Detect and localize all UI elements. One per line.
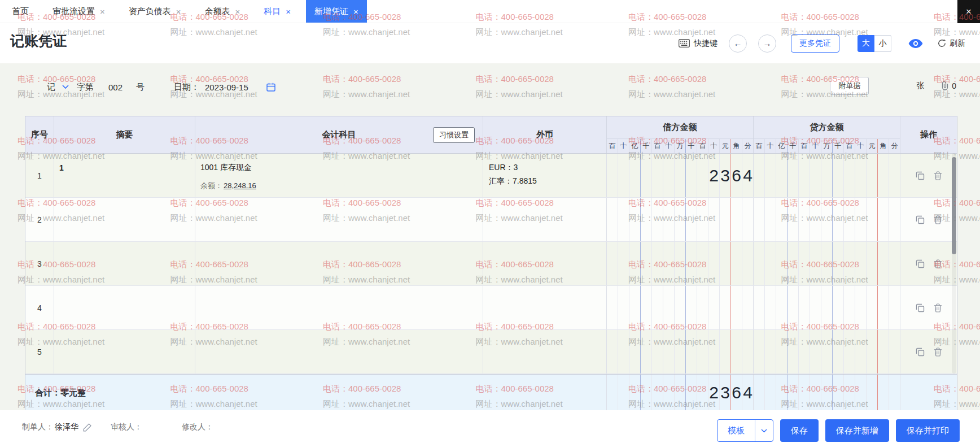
copy-row-button[interactable] (916, 303, 925, 312)
tab-subjects[interactable]: 科目× (255, 0, 299, 23)
paperclip-icon[interactable] (941, 81, 949, 90)
template-chevron-icon[interactable] (755, 420, 773, 441)
credit-amount-cell[interactable] (754, 198, 900, 241)
template-button[interactable]: 模板 (717, 419, 773, 442)
debit-amount-cell[interactable] (607, 330, 754, 373)
tab-balance-table[interactable]: 余额表× (196, 0, 249, 23)
exchange-rate: 汇率：7.8815 (489, 176, 537, 186)
voucher-number-input[interactable]: 002 (108, 82, 123, 92)
window-close-button[interactable]: × (957, 0, 980, 23)
debit-amount-cell[interactable] (607, 286, 754, 329)
tab-close-icon[interactable]: × (286, 7, 291, 16)
digit-cell (889, 286, 900, 329)
subject-cell[interactable] (195, 286, 483, 329)
tab-new-voucher[interactable]: 新增凭证× (306, 0, 367, 23)
summary-cell[interactable]: 1 (54, 154, 195, 197)
font-size-large-button[interactable]: 大 (858, 35, 874, 52)
digit-cell (810, 154, 821, 197)
foreign-currency-cell[interactable] (483, 242, 607, 285)
subject-balance: 余额：28,248.16 (200, 181, 256, 191)
save-button[interactable]: 保存 (780, 419, 819, 442)
copy-row-button[interactable] (916, 215, 925, 224)
save-and-print-button[interactable]: 保存并打印 (896, 419, 960, 442)
digit-cell (855, 286, 866, 329)
foreign-currency-cell[interactable] (483, 330, 607, 373)
digit-cell (776, 330, 787, 373)
subject-cell[interactable] (195, 198, 483, 241)
tab-home[interactable]: 首页 (3, 0, 37, 23)
credit-amount-cell[interactable] (754, 154, 900, 197)
delete-row-button[interactable] (934, 348, 942, 357)
foreign-currency-cell[interactable]: EUR：3汇率：7.8815 (483, 154, 607, 197)
tab-close-icon[interactable]: × (100, 7, 105, 16)
balance-value[interactable]: 28,248.16 (224, 181, 256, 190)
digit-cell (787, 198, 798, 241)
digit-cell (697, 286, 708, 329)
digit-cell (832, 154, 843, 197)
summary-cell[interactable] (54, 286, 195, 329)
credit-amount-cell[interactable] (754, 286, 900, 329)
digit-label: 千 (640, 139, 651, 153)
digit-cell (742, 330, 753, 373)
foreign-currency-cell[interactable] (483, 198, 607, 241)
debit-amount-cell[interactable]: 2364 (607, 154, 754, 197)
delete-row-button[interactable] (934, 303, 942, 312)
debit-amount-cell[interactable] (607, 198, 754, 241)
digit-cell (618, 242, 629, 285)
voucher-word[interactable]: 记 (47, 82, 55, 93)
scrollbar-thumb[interactable] (952, 157, 956, 254)
next-voucher-button[interactable]: → (758, 34, 776, 53)
digit-cell (787, 375, 798, 410)
digit-cell (798, 286, 810, 329)
digit-cell (685, 330, 697, 373)
copy-row-button[interactable] (916, 259, 925, 268)
subject-cell[interactable]: 1001 库存现金余额：28,248.16 (195, 154, 483, 197)
habit-settings-button[interactable]: 习惯设置 (433, 127, 475, 143)
tab-close-icon[interactable]: × (176, 7, 181, 16)
delete-row-button[interactable] (934, 171, 942, 180)
attachment-button[interactable]: 附单据 (830, 77, 869, 95)
voucher-total-row: 合计：零元整 2364 (25, 374, 957, 410)
delete-row-button[interactable] (934, 259, 942, 268)
digit-cell (877, 375, 889, 410)
shortcut-keys-button[interactable]: 快捷键 (679, 38, 718, 49)
digit-label: 百 (697, 139, 708, 153)
summary-cell[interactable] (54, 242, 195, 285)
credit-amount-cell[interactable] (754, 330, 900, 373)
debit-amount-cell[interactable] (607, 242, 754, 285)
tab-close-icon[interactable]: × (235, 7, 240, 16)
refresh-button[interactable]: 刷新 (938, 38, 965, 49)
copy-row-button[interactable] (916, 171, 925, 180)
date-value[interactable]: 2023-09-15 (205, 82, 248, 92)
credit-amount-cell[interactable] (754, 242, 900, 285)
digit-cell: 2 (708, 375, 719, 410)
summary-cell[interactable] (54, 198, 195, 241)
summary-text: 1 (59, 163, 64, 172)
edit-icon[interactable] (83, 423, 91, 432)
calendar-icon[interactable] (266, 82, 275, 92)
save-and-new-button[interactable]: 保存并新增 (825, 419, 889, 442)
tab-balance-sheet[interactable]: 资产负债表× (120, 0, 190, 23)
chevron-down-icon[interactable] (62, 85, 69, 89)
digit-cell (889, 375, 900, 410)
foreign-currency-cell[interactable] (483, 286, 607, 329)
digit-cell (855, 330, 866, 373)
more-vouchers-button[interactable]: 更多凭证 (791, 34, 839, 53)
subject-cell[interactable] (195, 242, 483, 285)
digit-cell (730, 286, 742, 329)
font-size-small-button[interactable]: 小 (874, 35, 891, 52)
summary-cell[interactable] (54, 330, 195, 373)
visibility-toggle-button[interactable] (908, 39, 923, 48)
digit-cell (843, 242, 855, 285)
table-scrollbar[interactable] (952, 153, 956, 373)
copy-row-button[interactable] (916, 348, 925, 357)
delete-row-button[interactable] (934, 215, 942, 224)
digit-cell (843, 154, 855, 197)
digit-cell (607, 330, 618, 373)
reviewer-label: 审核人： (111, 422, 142, 432)
tab-approval-flow-settings[interactable]: 审批流设置× (44, 0, 113, 23)
subject-cell[interactable] (195, 330, 483, 373)
prev-voucher-button[interactable]: ← (729, 34, 747, 53)
operation-cell (900, 242, 957, 285)
tab-close-icon[interactable]: × (353, 7, 358, 16)
